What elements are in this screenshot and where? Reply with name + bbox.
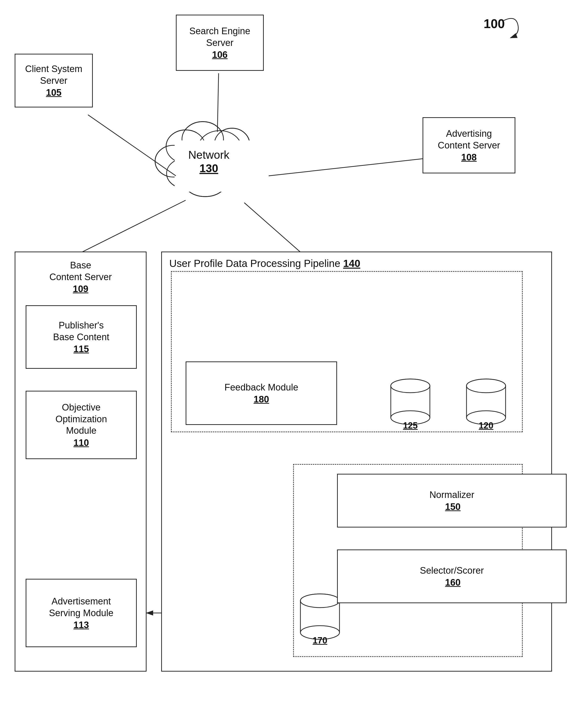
svg-point-6 (183, 165, 227, 197)
client-system-id: 105 (46, 88, 61, 98)
pipeline-title: User Profile Data Processing Pipeline 14… (169, 258, 360, 269)
diagram: Network 130 100 (0, 0, 573, 728)
pipeline-id: 140 (343, 258, 360, 269)
svg-point-19 (214, 128, 250, 160)
svg-point-11 (198, 131, 242, 167)
advertising-content-server-box: AdvertisingContent Server 108 (423, 117, 515, 173)
advertisement-serving-label: AdvertisementServing Module (49, 595, 113, 619)
db-125: 125 (388, 376, 432, 430)
svg-rect-20 (175, 141, 259, 192)
svg-point-12 (182, 122, 223, 157)
svg-point-45 (391, 379, 430, 393)
objective-optimization-label: ObjectiveOptimizationModule (55, 402, 107, 437)
publishers-base-content-id: 115 (73, 344, 89, 354)
client-system-label: Client System Server (20, 63, 87, 87)
svg-point-8 (220, 142, 258, 175)
normalizer-id: 150 (445, 502, 460, 512)
publishers-base-content-label: Publisher'sBase Content (53, 320, 109, 343)
svg-point-3 (166, 130, 205, 163)
svg-point-18 (220, 142, 258, 175)
svg-point-7 (206, 161, 248, 191)
svg-point-52 (467, 379, 506, 393)
client-system-server-box: Client System Server 105 (15, 54, 93, 107)
svg-point-15 (167, 158, 205, 189)
svg-line-25 (269, 159, 423, 176)
selector-scorer-label: Selector/Scorer (420, 565, 484, 577)
objective-optimization-box: ObjectiveOptimizationModule 110 (25, 391, 137, 459)
svg-line-24 (217, 73, 219, 132)
advertisement-serving-id: 113 (73, 620, 89, 630)
db-170: 170 (298, 591, 342, 645)
advertising-id: 108 (461, 152, 476, 163)
svg-line-23 (88, 115, 176, 176)
objective-optimization-id: 110 (73, 437, 89, 448)
svg-point-10 (160, 132, 258, 191)
selector-scorer-box: Selector/Scorer 160 (337, 550, 567, 603)
search-engine-id: 106 (212, 50, 227, 60)
advertising-label: AdvertisingContent Server (438, 128, 500, 151)
svg-text:Network: Network (188, 149, 230, 161)
svg-text:125: 125 (403, 421, 418, 430)
svg-point-17 (206, 161, 248, 191)
svg-point-16 (183, 165, 227, 197)
svg-text:100: 100 (484, 17, 505, 31)
svg-point-14 (155, 145, 192, 177)
svg-point-13 (166, 130, 205, 163)
svg-line-27 (244, 203, 305, 256)
feedback-module-box: Feedback Module 180 (186, 361, 337, 425)
svg-text:130: 130 (200, 162, 218, 174)
feedback-module-label: Feedback Module (224, 382, 298, 394)
svg-point-59 (300, 594, 340, 608)
svg-line-26 (73, 200, 186, 256)
base-content-server-id: 109 (15, 284, 146, 294)
svg-point-9 (214, 128, 250, 160)
search-engine-label: Search EngineServer (189, 25, 250, 49)
feedback-module-id: 180 (254, 394, 269, 405)
advertisement-serving-box: AdvertisementServing Module 113 (25, 579, 137, 647)
svg-point-5 (167, 158, 205, 189)
svg-point-2 (182, 122, 223, 157)
normalizer-box: Normalizer 150 (337, 474, 567, 527)
search-engine-server-box: Search EngineServer 106 (176, 15, 264, 71)
base-content-server-label: BaseContent Server (15, 260, 146, 283)
selector-scorer-id: 160 (445, 577, 460, 588)
publishers-base-content-box: Publisher'sBase Content 115 (25, 305, 137, 369)
svg-point-1 (198, 131, 242, 167)
svg-text:120: 120 (479, 421, 493, 430)
svg-text:170: 170 (313, 635, 327, 645)
svg-point-4 (155, 145, 192, 177)
db-120: 120 (464, 376, 508, 430)
normalizer-label: Normalizer (429, 489, 474, 501)
